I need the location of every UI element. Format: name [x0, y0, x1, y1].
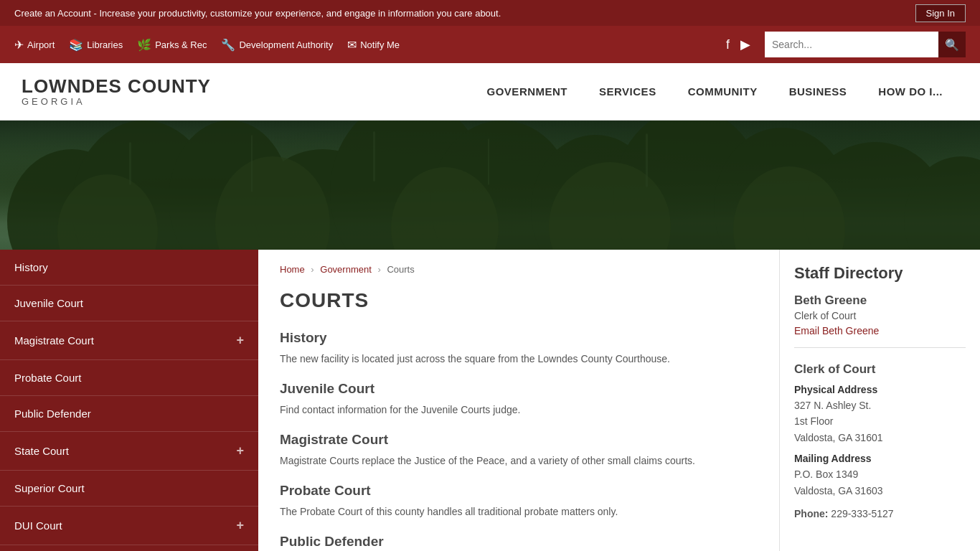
- parks-link[interactable]: 🌿 Parks & Rec: [137, 38, 207, 52]
- section-history-heading: History: [280, 330, 758, 346]
- staff-divider: [794, 347, 966, 348]
- mailing-address-label: Mailing Address: [794, 453, 966, 464]
- libraries-link[interactable]: 📚 Libraries: [69, 38, 123, 52]
- nav-how-do-i[interactable]: HOW DO I...: [862, 63, 958, 121]
- notify-link[interactable]: ✉ Notify Me: [347, 38, 400, 52]
- dui-court-expand-icon: +: [236, 518, 244, 533]
- search-bar: 🔍: [765, 32, 966, 57]
- main-nav: LOWNDES COUNTY GEORGIA GOVERNMENT SERVIC…: [0, 63, 980, 121]
- hero-image: [0, 121, 980, 250]
- section-public-defender: Public Defender These offices provide re…: [280, 534, 758, 551]
- staff-person-title: Clerk of Court: [794, 310, 966, 321]
- svg-rect-19: [488, 138, 489, 185]
- section-history-text: The new facility is located just across …: [280, 352, 758, 367]
- primary-nav: GOVERNMENT SERVICES COMMUNITY BUSINESS H…: [240, 63, 958, 121]
- utility-links: ✈ Airport 📚 Libraries 🌿 Parks & Rec 🔧 De…: [14, 38, 712, 52]
- staff-directory: Staff Directory Beth Greene Clerk of Cou…: [779, 250, 980, 551]
- development-link[interactable]: 🔧 Development Authority: [221, 38, 333, 52]
- phone-label: Phone:: [794, 508, 828, 519]
- state-court-expand-icon: +: [236, 443, 244, 458]
- logo[interactable]: LOWNDES COUNTY GEORGIA: [22, 76, 211, 108]
- breadcrumb-government[interactable]: Government: [320, 264, 372, 275]
- section-magistrate-text: Magistrate Courts replace the Justice of…: [280, 453, 758, 468]
- sidebar-item-probate-court[interactable]: Probate Court: [0, 360, 258, 396]
- hero-trees: [0, 121, 980, 250]
- nav-services[interactable]: SERVICES: [583, 63, 672, 121]
- clerk-of-court-section: Clerk of Court Physical Address 327 N. A…: [794, 362, 966, 522]
- notify-icon: ✉: [347, 38, 357, 52]
- social-icons: f ▶: [726, 37, 750, 52]
- airport-icon: ✈: [14, 38, 24, 52]
- sidebar-item-juvenile-court[interactable]: Juvenile Court: [0, 286, 258, 321]
- sidebar-item-dui-court[interactable]: DUI Court +: [0, 507, 258, 545]
- breadcrumb-sep-2: ›: [377, 264, 380, 275]
- sidebar-item-superior-court[interactable]: Superior Court: [0, 471, 258, 507]
- search-button[interactable]: 🔍: [938, 32, 966, 57]
- staff-person: Beth Greene Clerk of Court Email Beth Gr…: [794, 293, 966, 336]
- utility-nav: ✈ Airport 📚 Libraries 🌿 Parks & Rec 🔧 De…: [0, 26, 980, 63]
- staff-person-name: Beth Greene: [794, 293, 966, 308]
- nav-community[interactable]: COMMUNITY: [672, 63, 773, 121]
- staff-directory-title: Staff Directory: [794, 264, 966, 283]
- staff-email-link[interactable]: Email Beth Greene: [794, 325, 879, 336]
- main-content-area: Home › Government › Courts COURTS Histor…: [258, 250, 779, 551]
- svg-rect-16: [129, 142, 131, 185]
- physical-address-label: Physical Address: [794, 384, 966, 395]
- clerk-section-title: Clerk of Court: [794, 362, 966, 377]
- sidebar-item-history[interactable]: History: [0, 250, 258, 286]
- sidebar-item-public-defender[interactable]: Public Defender: [0, 396, 258, 432]
- top-bar: Create an Account - Increase your produc…: [0, 0, 980, 26]
- svg-rect-20: [646, 133, 648, 187]
- section-juvenile-court: Juvenile Court Find contact information …: [280, 381, 758, 418]
- development-icon: 🔧: [221, 38, 235, 52]
- section-probate-heading: Probate Court: [280, 483, 758, 499]
- libraries-icon: 📚: [69, 38, 83, 52]
- parks-icon: 🌿: [137, 38, 151, 52]
- breadcrumb-sep-1: ›: [311, 264, 314, 275]
- nav-business[interactable]: BUSINESS: [773, 63, 863, 121]
- magistrate-expand-icon: +: [236, 333, 244, 348]
- breadcrumb-home[interactable]: Home: [280, 264, 305, 275]
- sign-in-button[interactable]: Sign In: [915, 4, 966, 22]
- svg-rect-18: [373, 131, 375, 182]
- mailing-address: P.O. Box 1349Valdosta, GA 31603: [794, 466, 966, 499]
- nav-government[interactable]: GOVERNMENT: [471, 63, 584, 121]
- section-juvenile-text: Find contact information for the Juvenil…: [280, 402, 758, 418]
- sidebar-item-magistrate-court[interactable]: Magistrate Court +: [0, 321, 258, 360]
- section-magistrate-heading: Magistrate Court: [280, 432, 758, 448]
- page-content: History Juvenile Court Magistrate Court …: [0, 250, 980, 551]
- physical-address: 327 N. Ashley St.1st FloorValdosta, GA 3…: [794, 397, 966, 446]
- section-juvenile-heading: Juvenile Court: [280, 381, 758, 397]
- section-probate-text: The Probate Court of this county handles…: [280, 504, 758, 519]
- sidebar-item-state-court[interactable]: State Court +: [0, 432, 258, 471]
- search-input[interactable]: [765, 32, 938, 57]
- phone-number: Phone: 229-333-5127: [794, 506, 966, 522]
- section-history: History The new facility is located just…: [280, 330, 758, 367]
- logo-county-text: LOWNDES COUNTY: [22, 76, 211, 97]
- top-bar-message: Create an Account - Increase your produc…: [14, 8, 915, 19]
- logo-state-text: GEORGIA: [22, 96, 211, 107]
- page-title: COURTS: [280, 289, 758, 312]
- breadcrumb-current: Courts: [387, 264, 414, 275]
- section-public-defender-heading: Public Defender: [280, 534, 758, 550]
- airport-link[interactable]: ✈ Airport: [14, 38, 55, 52]
- section-magistrate-court: Magistrate Court Magistrate Courts repla…: [280, 432, 758, 468]
- breadcrumb: Home › Government › Courts: [280, 264, 758, 275]
- svg-rect-17: [251, 135, 253, 192]
- facebook-icon[interactable]: f: [726, 37, 730, 52]
- section-probate-court: Probate Court The Probate Court of this …: [280, 483, 758, 519]
- youtube-icon[interactable]: ▶: [740, 37, 750, 52]
- sidebar: History Juvenile Court Magistrate Court …: [0, 250, 258, 551]
